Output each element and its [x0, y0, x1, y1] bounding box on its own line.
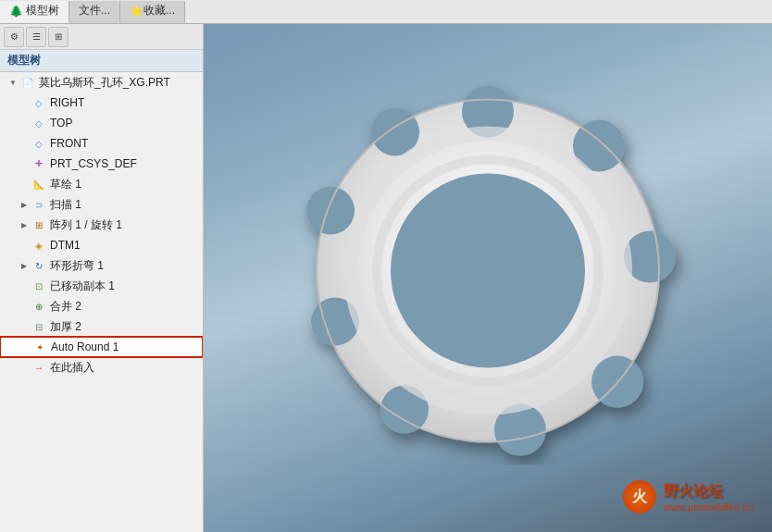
tree-item-right[interactable]: ◇ RIGHT [0, 93, 203, 113]
sidebar-title-label: 模型树 [7, 53, 41, 68]
sidebar-panel: ⚙ ☰ ⊞ 模型树 ▼ 📄 莫比乌斯环_孔环_XG.PRT ◇ RIGHT ◇ … [0, 24, 204, 532]
tree-root-file[interactable]: ▼ 📄 莫比乌斯环_孔环_XG.PRT [0, 72, 203, 93]
tree-item-dtm1[interactable]: ◈ DTM1 [0, 235, 203, 255]
tree-item-prt-csys[interactable]: ✛ PRT_CSYS_DEF [0, 154, 203, 174]
sketch-icon: 📐 [31, 177, 46, 192]
model-filename-label: 莫比乌斯环_孔环_XG.PRT [39, 75, 170, 91]
expand-arrow-sweep[interactable]: ▶ [19, 199, 30, 210]
tree-label-array1: 阵列 1 / 旋转 1 [50, 217, 122, 233]
tree-label-right: RIGHT [50, 96, 84, 109]
tree-item-move1[interactable]: ⊡ 已移动副本 1 [0, 276, 203, 296]
ring-model-svg [275, 76, 701, 464]
watermark-text: 野火论坛 www.proewildfire.cn [664, 482, 753, 513]
merge-icon: ⊕ [31, 299, 46, 314]
spacer [19, 97, 30, 108]
plane-icon-top: ◇ [31, 116, 46, 130]
3d-viewport[interactable]: 火 野火论坛 www.proewildfire.cn [204, 24, 772, 532]
svg-point-1 [391, 173, 585, 367]
tree-label-move1: 已移动副本 1 [50, 278, 115, 294]
sidebar-title: 模型树 [0, 50, 203, 72]
tree-label-front: FRONT [50, 137, 88, 150]
watermark-line1: 野火论坛 [664, 482, 753, 501]
insert-icon: → [31, 360, 46, 375]
tree-item-round1[interactable]: ▶ ↻ 环形折弯 1 [0, 255, 203, 276]
tree-label-round1: 环形折弯 1 [50, 258, 104, 274]
tree-item-thicken2[interactable]: ⊟ 加厚 2 [0, 316, 203, 337]
tree-item-sketch1[interactable]: 📐 草绘 1 [0, 174, 203, 194]
file-icon: 📄 [20, 75, 35, 90]
watermark-logo-char: 火 [632, 488, 647, 507]
tree-item-autoround1[interactable]: ✦ Auto Round 1 [0, 337, 203, 357]
list-button[interactable]: ☰ [26, 27, 46, 47]
tree-item-array1[interactable]: ▶ ⊞ 阵列 1 / 旋转 1 [0, 215, 203, 235]
expand-arrow-round1[interactable]: ▶ [19, 260, 30, 271]
settings-button[interactable]: ⚙ [4, 27, 24, 47]
model-tree-icon: 🌲 [9, 5, 22, 18]
tree-label-sketch1: 草绘 1 [50, 177, 81, 192]
array-icon: ⊞ [31, 217, 46, 232]
plane-icon-front: ◇ [31, 136, 46, 151]
tree-label-prt-csys: PRT_CSYS_DEF [50, 157, 137, 170]
sweep-icon: ⊃ [31, 197, 46, 212]
tree-label-merge2: 合并 2 [50, 299, 81, 315]
tree-item-front[interactable]: ◇ FRONT [0, 133, 203, 154]
tab-model-tree-label: 模型树 [26, 3, 59, 19]
expand-arrow: ▼ [7, 77, 19, 88]
tree-item-top[interactable]: ◇ TOP [0, 113, 203, 133]
expand-button[interactable]: ⊞ [48, 27, 68, 47]
tree-label-insert: 在此插入 [50, 360, 94, 376]
ring-bend-icon: ↻ [31, 258, 46, 273]
star-icon: ⭐ [130, 5, 143, 18]
svg-point-9 [306, 186, 355, 234]
tree-label-dtm1: DTM1 [50, 239, 81, 252]
plane-icon-right: ◇ [31, 95, 46, 110]
watermark: 火 野火论坛 www.proewildfire.cn [623, 480, 753, 513]
tree-item-sweep1[interactable]: ▶ ⊃ 扫描 1 [0, 194, 203, 215]
tree-item-merge2[interactable]: ⊕ 合并 2 [0, 296, 203, 316]
sidebar-toolbar: ⚙ ☰ ⊞ [0, 24, 203, 50]
menu-bar: 🌲 模型树 文件... ⭐ 收藏... [0, 0, 772, 24]
tree-item-insert[interactable]: → 在此插入 [0, 357, 203, 377]
tree-label-autoround1: Auto Round 1 [51, 340, 118, 353]
tab-model-tree[interactable]: 🌲 模型树 [0, 1, 69, 23]
thicken-icon: ⊟ [31, 319, 46, 334]
autoround-icon: ✦ [32, 340, 47, 354]
tree-container[interactable]: ▼ 📄 莫比乌斯环_孔环_XG.PRT ◇ RIGHT ◇ TOP ◇ FRON… [0, 72, 203, 532]
tree-label-thicken2: 加厚 2 [50, 319, 81, 335]
tab-file[interactable]: 文件... [69, 1, 120, 23]
dtm-icon: ◈ [31, 238, 46, 253]
coord-icon: ✛ [31, 156, 46, 171]
expand-arrow-array[interactable]: ▶ [19, 219, 30, 230]
tab-favorites-label: 收藏... [143, 3, 175, 19]
watermark-line2: www.proewildfire.cn [664, 501, 753, 513]
watermark-logo: 火 [623, 480, 656, 513]
tab-file-label: 文件... [79, 3, 110, 19]
move-icon: ⊡ [31, 278, 46, 293]
tree-label-top: TOP [50, 117, 72, 130]
tab-favorites[interactable]: ⭐ 收藏... [120, 1, 185, 23]
tree-label-sweep1: 扫描 1 [50, 197, 81, 213]
